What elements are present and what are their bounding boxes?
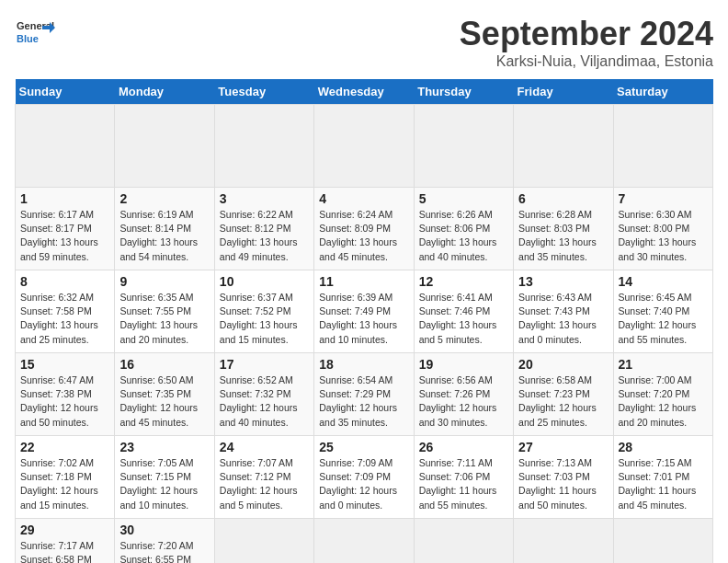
day-detail: Sunrise: 6:39 AMSunset: 7:49 PMDaylight:…: [319, 291, 408, 347]
svg-text:Blue: Blue: [17, 33, 39, 44]
day-detail: Sunrise: 6:45 AMSunset: 7:40 PMDaylight:…: [619, 291, 708, 347]
day-detail: Sunrise: 6:30 AMSunset: 8:00 PMDaylight:…: [619, 208, 708, 264]
week-row-6: 29Sunrise: 7:17 AMSunset: 6:58 PMDayligh…: [16, 519, 713, 564]
day-number: 14: [619, 274, 708, 289]
day-number: 3: [220, 191, 309, 206]
day-detail: Sunrise: 7:02 AMSunset: 7:18 PMDaylight:…: [20, 456, 109, 512]
day-cell: 11Sunrise: 6:39 AMSunset: 7:49 PMDayligh…: [314, 270, 414, 353]
day-cell: 2Sunrise: 6:19 AMSunset: 8:14 PMDaylight…: [115, 188, 214, 270]
day-cell: 25Sunrise: 7:09 AMSunset: 7:09 PMDayligh…: [314, 436, 414, 519]
day-cell: [613, 105, 712, 188]
day-cell: 17Sunrise: 6:52 AMSunset: 7:32 PMDayligh…: [214, 353, 313, 436]
day-cell: 21Sunrise: 7:00 AMSunset: 7:20 PMDayligh…: [613, 353, 712, 436]
day-number: 21: [619, 357, 708, 372]
week-row-3: 8Sunrise: 6:32 AMSunset: 7:58 PMDaylight…: [16, 270, 713, 353]
day-number: 20: [518, 357, 608, 372]
day-number: 19: [419, 357, 508, 372]
calendar-location: Karksi-Nuia, Viljandimaa, Estonia: [460, 53, 713, 70]
day-number: 9: [119, 274, 209, 289]
day-number: 18: [319, 357, 408, 372]
weekday-header-saturday: Saturday: [613, 79, 712, 105]
day-detail: Sunrise: 7:05 AMSunset: 7:15 PMDaylight:…: [119, 456, 209, 512]
day-number: 11: [319, 274, 408, 289]
day-number: 2: [119, 191, 209, 206]
day-cell: 19Sunrise: 6:56 AMSunset: 7:26 PMDayligh…: [414, 353, 513, 436]
day-detail: Sunrise: 6:22 AMSunset: 8:12 PMDaylight:…: [220, 208, 309, 264]
day-number: 22: [20, 440, 109, 454]
day-detail: Sunrise: 6:50 AMSunset: 7:35 PMDaylight:…: [119, 373, 209, 430]
calendar-table: SundayMondayTuesdayWednesdayThursdayFrid…: [15, 79, 713, 563]
day-cell: 22Sunrise: 7:02 AMSunset: 7:18 PMDayligh…: [16, 436, 115, 519]
weekday-header-monday: Monday: [115, 79, 214, 105]
day-cell: [514, 519, 613, 564]
day-cell: 8Sunrise: 6:32 AMSunset: 7:58 PMDaylight…: [16, 270, 115, 353]
day-detail: Sunrise: 6:54 AMSunset: 7:29 PMDaylight:…: [319, 373, 408, 430]
day-cell: 30Sunrise: 7:20 AMSunset: 6:55 PMDayligh…: [115, 519, 214, 564]
day-detail: Sunrise: 7:09 AMSunset: 7:09 PMDaylight:…: [319, 456, 408, 512]
day-cell: 9Sunrise: 6:35 AMSunset: 7:55 PMDaylight…: [115, 270, 214, 353]
weekday-header-sunday: Sunday: [16, 79, 115, 105]
day-detail: Sunrise: 6:43 AMSunset: 7:43 PMDaylight:…: [518, 291, 608, 347]
day-cell: 15Sunrise: 6:47 AMSunset: 7:38 PMDayligh…: [16, 353, 115, 436]
calendar-title: September 2024: [460, 15, 713, 53]
day-cell: 20Sunrise: 6:58 AMSunset: 7:23 PMDayligh…: [514, 353, 613, 436]
day-cell: 1Sunrise: 6:17 AMSunset: 8:17 PMDaylight…: [16, 188, 115, 270]
day-cell: 26Sunrise: 7:11 AMSunset: 7:06 PMDayligh…: [414, 436, 513, 519]
day-detail: Sunrise: 6:52 AMSunset: 7:32 PMDaylight:…: [220, 373, 309, 430]
day-cell: 6Sunrise: 6:28 AMSunset: 8:03 PMDaylight…: [514, 188, 613, 270]
day-detail: Sunrise: 6:47 AMSunset: 7:38 PMDaylight:…: [20, 373, 109, 430]
day-number: 17: [220, 357, 309, 372]
page-header: General Blue September 2024 Karksi-Nuia,…: [15, 15, 713, 70]
day-number: 8: [20, 274, 109, 289]
day-number: 7: [619, 191, 708, 206]
day-cell: 28Sunrise: 7:15 AMSunset: 7:01 PMDayligh…: [613, 436, 712, 519]
day-cell: 29Sunrise: 7:17 AMSunset: 6:58 PMDayligh…: [16, 519, 115, 564]
weekday-header-tuesday: Tuesday: [214, 79, 313, 105]
day-cell: 27Sunrise: 7:13 AMSunset: 7:03 PMDayligh…: [514, 436, 613, 519]
day-number: 13: [518, 274, 608, 289]
weekday-header-friday: Friday: [514, 79, 613, 105]
day-cell: 5Sunrise: 6:26 AMSunset: 8:06 PMDaylight…: [414, 188, 513, 270]
day-number: 6: [518, 191, 608, 206]
day-cell: [314, 105, 414, 188]
day-detail: Sunrise: 6:19 AMSunset: 8:14 PMDaylight:…: [119, 208, 209, 264]
day-number: 26: [419, 440, 508, 454]
day-cell: [414, 105, 513, 188]
day-cell: [314, 519, 414, 564]
day-cell: [414, 519, 513, 564]
day-detail: Sunrise: 6:26 AMSunset: 8:06 PMDaylight:…: [419, 208, 508, 264]
day-cell: 4Sunrise: 6:24 AMSunset: 8:09 PMDaylight…: [314, 188, 414, 270]
day-detail: Sunrise: 7:20 AMSunset: 6:55 PMDaylight:…: [119, 539, 209, 563]
week-row-5: 22Sunrise: 7:02 AMSunset: 7:18 PMDayligh…: [16, 436, 713, 519]
day-detail: Sunrise: 6:28 AMSunset: 8:03 PMDaylight:…: [518, 208, 608, 264]
day-number: 24: [220, 440, 309, 454]
day-cell: 7Sunrise: 6:30 AMSunset: 8:00 PMDaylight…: [613, 188, 712, 270]
day-cell: 10Sunrise: 6:37 AMSunset: 7:52 PMDayligh…: [214, 270, 313, 353]
day-cell: 14Sunrise: 6:45 AMSunset: 7:40 PMDayligh…: [613, 270, 712, 353]
day-number: 1: [20, 191, 109, 206]
day-cell: 13Sunrise: 6:43 AMSunset: 7:43 PMDayligh…: [514, 270, 613, 353]
week-row-4: 15Sunrise: 6:47 AMSunset: 7:38 PMDayligh…: [16, 353, 713, 436]
day-cell: [214, 519, 313, 564]
title-block: September 2024 Karksi-Nuia, Viljandimaa,…: [460, 15, 713, 70]
day-cell: 3Sunrise: 6:22 AMSunset: 8:12 PMDaylight…: [214, 188, 313, 270]
day-cell: 18Sunrise: 6:54 AMSunset: 7:29 PMDayligh…: [314, 353, 414, 436]
logo: General Blue: [15, 15, 55, 48]
day-cell: [16, 105, 115, 188]
day-number: 28: [619, 440, 708, 454]
day-cell: [613, 519, 712, 564]
week-row-1: [16, 105, 713, 188]
day-detail: Sunrise: 6:24 AMSunset: 8:09 PMDaylight:…: [319, 208, 408, 264]
week-row-2: 1Sunrise: 6:17 AMSunset: 8:17 PMDaylight…: [16, 188, 713, 270]
weekday-header-row: SundayMondayTuesdayWednesdayThursdayFrid…: [16, 79, 713, 105]
day-number: 4: [319, 191, 408, 206]
weekday-header-wednesday: Wednesday: [314, 79, 414, 105]
day-cell: [115, 105, 214, 188]
day-detail: Sunrise: 7:15 AMSunset: 7:01 PMDaylight:…: [619, 456, 708, 512]
day-detail: Sunrise: 6:17 AMSunset: 8:17 PMDaylight:…: [20, 208, 109, 264]
day-number: 23: [119, 440, 209, 454]
day-number: 12: [419, 274, 508, 289]
day-number: 15: [20, 357, 109, 372]
day-cell: [214, 105, 313, 188]
day-detail: Sunrise: 6:37 AMSunset: 7:52 PMDaylight:…: [220, 291, 309, 347]
